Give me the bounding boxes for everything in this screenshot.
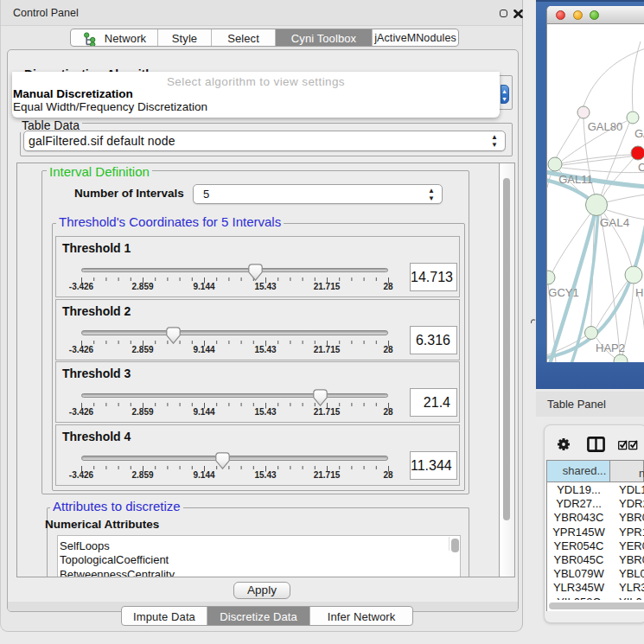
svg-text:GCY1: GCY1 [548,286,578,299]
svg-text:CR: CR [638,161,644,174]
svg-text:GAL: GAL [634,127,644,140]
svg-text:GAL4: GAL4 [600,216,630,229]
svg-text:H: H [635,286,643,299]
svg-text:GAL80: GAL80 [588,120,622,133]
svg-text:GAL11: GAL11 [558,173,593,186]
svg-text:HAP2: HAP2 [596,341,625,354]
